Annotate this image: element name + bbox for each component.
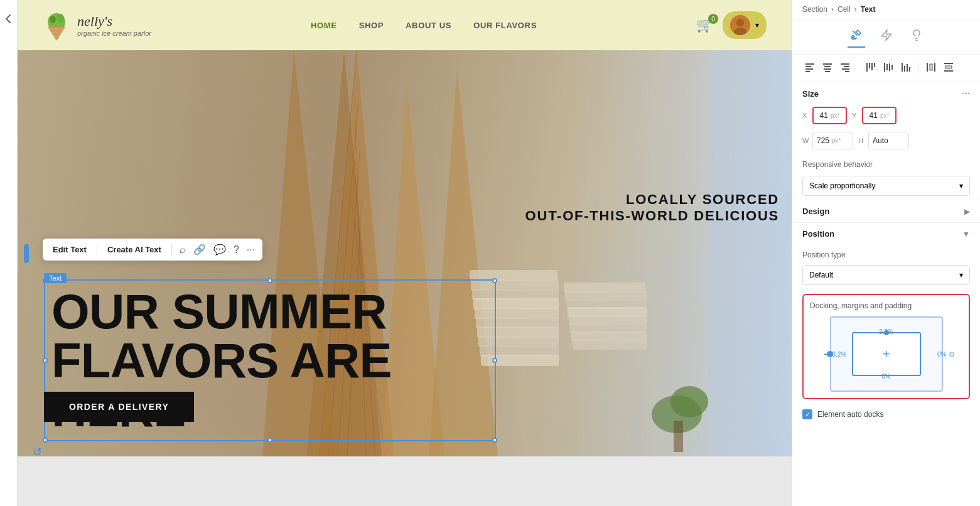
- y-input[interactable]: 41 px*: [862, 107, 897, 124]
- nav-flavors[interactable]: OUR FLAVORS: [473, 21, 537, 30]
- svg-rect-59: [902, 63, 903, 72]
- docking-plus-icon: +: [883, 347, 890, 362]
- h-label: H: [858, 137, 866, 144]
- svg-rect-54: [874, 63, 875, 67]
- docking-bottom-label: 0%: [881, 373, 890, 380]
- docking-top-dot[interactable]: [884, 330, 889, 335]
- text-toolbar: Edit Text Create AI Text ⌕ 🔗 💬 ? ···: [43, 239, 262, 261]
- responsive-label: Responsive behavior: [792, 153, 980, 172]
- size-title: Size: [802, 89, 819, 99]
- docking-left-label: 3.2%: [832, 351, 847, 358]
- site-preview: nelly's organic ice cream parlor HOME SH…: [18, 0, 792, 456]
- position-section[interactable]: Position ▼: [792, 222, 980, 245]
- handle-tc[interactable]: [267, 278, 272, 283]
- left-panel-toggle[interactable]: [0, 0, 18, 506]
- align-bottom-icon[interactable]: [898, 60, 913, 75]
- docking-right-connector: 0%: [937, 351, 954, 358]
- svg-rect-44: [824, 66, 831, 67]
- docking-inner-box[interactable]: + 3.3% 0%: [852, 332, 921, 376]
- align-middle-icon[interactable]: [880, 60, 895, 75]
- docking-right-dot: [949, 352, 954, 357]
- align-divider: [918, 62, 918, 73]
- docking-left-dot[interactable]: [827, 351, 833, 357]
- svg-rect-68: [945, 66, 952, 68]
- handle-br[interactable]: [492, 438, 497, 443]
- create-ai-text-button[interactable]: Create AI Text: [105, 244, 164, 256]
- svg-point-2: [57, 14, 64, 23]
- tab-bulb[interactable]: [908, 26, 925, 47]
- x-unit: px*: [831, 112, 839, 119]
- site-header: nelly's organic ice cream parlor HOME SH…: [18, 0, 792, 50]
- panel-tabs: [792, 19, 980, 55]
- rotate-handle[interactable]: ↺: [33, 445, 42, 456]
- docking-grid: + 3.3% 0% 3.2% 0%: [830, 316, 943, 392]
- handle-mr[interactable]: [492, 358, 497, 363]
- design-section[interactable]: Design ▶: [792, 200, 980, 222]
- docking-title: Docking, margins and padding: [810, 301, 962, 310]
- responsive-dropdown[interactable]: Scale proportionally ▾: [802, 176, 970, 196]
- svg-rect-63: [927, 63, 928, 72]
- x-input-group: X 41 px*: [802, 107, 847, 124]
- hero-section: LOCALLY SOURCED OUT-OF-THIS-WORLD DELICI…: [18, 50, 792, 456]
- left-drag-handle[interactable]: [24, 244, 29, 263]
- link-icon[interactable]: 🔗: [193, 244, 206, 256]
- x-label: X: [802, 112, 810, 119]
- handle-ml[interactable]: [43, 358, 48, 363]
- auto-docks-row: ✓ Element auto docks: [792, 404, 980, 424]
- h-input[interactable]: Auto: [868, 132, 909, 149]
- tab-bolt[interactable]: [878, 26, 895, 47]
- w-label: W: [802, 137, 810, 144]
- order-delivery-button[interactable]: ORDER A DELIVERY: [44, 392, 194, 422]
- help-icon[interactable]: ?: [234, 244, 239, 256]
- svg-rect-51: [866, 63, 868, 72]
- handle-tr[interactable]: [492, 278, 497, 283]
- svg-rect-34: [674, 421, 683, 452]
- handle-bl[interactable]: [43, 438, 48, 443]
- align-top-icon[interactable]: [863, 60, 878, 75]
- svg-rect-60: [904, 66, 905, 72]
- y-label: Y: [852, 112, 859, 119]
- distribute-v-icon[interactable]: [941, 60, 956, 75]
- toolbar-divider-2: [171, 244, 172, 256]
- svg-rect-65: [930, 64, 932, 70]
- align-right-icon[interactable]: [837, 60, 853, 75]
- size-more-icon[interactable]: ···: [962, 88, 970, 99]
- svg-point-33: [670, 386, 708, 417]
- y-unit: px*: [880, 112, 889, 119]
- handle-bc[interactable]: [267, 438, 272, 443]
- w-input-group: W 725 px*: [802, 132, 853, 149]
- svg-rect-49: [842, 68, 849, 70]
- svg-rect-62: [909, 67, 910, 72]
- nav-about[interactable]: ABOUT US: [406, 21, 451, 30]
- svg-rect-61: [907, 64, 908, 72]
- sub-headline: LOCALLY SOURCED OUT-OF-THIS-WORLD DELICI…: [525, 191, 779, 224]
- distribute-h-icon[interactable]: [923, 60, 939, 75]
- align-center-h-icon[interactable]: [820, 60, 835, 75]
- comment-icon[interactable]: 💬: [213, 244, 226, 256]
- nav-shop[interactable]: SHOP: [359, 21, 384, 30]
- breadcrumb-section: Section: [802, 5, 827, 14]
- svg-rect-58: [891, 65, 893, 70]
- position-type-dropdown[interactable]: Default ▾: [802, 265, 970, 285]
- svg-rect-55: [884, 63, 885, 72]
- search-replace-icon[interactable]: ⌕: [180, 244, 186, 256]
- h-input-group: H Auto: [858, 132, 909, 149]
- svg-rect-31: [573, 340, 647, 350]
- sub-line2: OUT-OF-THIS-WORLD DELICIOUS: [525, 208, 779, 224]
- edit-text-button[interactable]: Edit Text: [50, 244, 89, 256]
- align-left-icon[interactable]: [802, 60, 817, 75]
- svg-rect-53: [871, 63, 873, 70]
- user-menu-button[interactable]: ▾: [723, 11, 767, 39]
- breadcrumb-cell: Cell: [837, 5, 851, 14]
- x-input[interactable]: 41 px*: [812, 107, 847, 124]
- position-type-dropdown-row: Default ▾: [792, 261, 980, 289]
- w-input[interactable]: 725 px*: [812, 132, 853, 149]
- auto-docks-checkbox[interactable]: ✓: [802, 409, 812, 419]
- tab-brush[interactable]: [848, 26, 865, 48]
- nav-home[interactable]: HOME: [311, 21, 337, 30]
- logo-area: nelly's organic ice cream parlor: [43, 8, 151, 43]
- position-type-label: Position type: [792, 245, 980, 261]
- more-options-icon[interactable]: ···: [247, 244, 255, 256]
- svg-rect-47: [841, 63, 849, 65]
- checkbox-check-icon: ✓: [805, 411, 810, 419]
